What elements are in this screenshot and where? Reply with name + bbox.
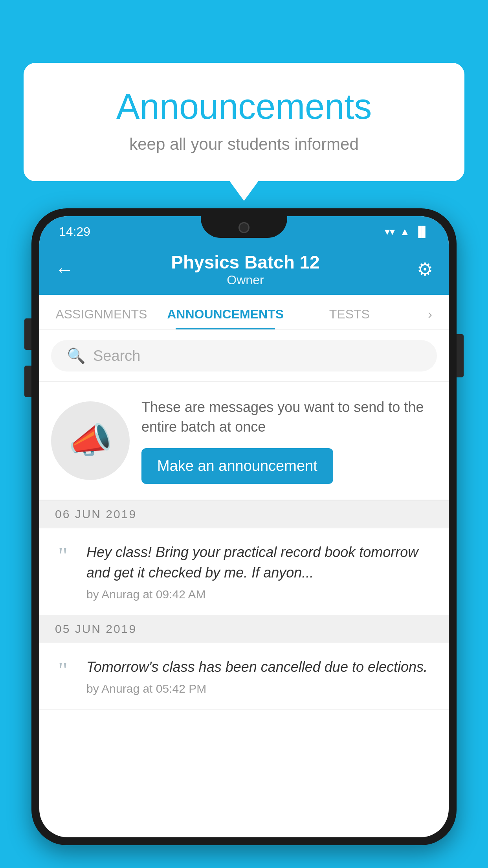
settings-icon[interactable]: ⚙ bbox=[417, 259, 433, 280]
date-divider-2: 05 JUN 2019 bbox=[39, 615, 449, 643]
megaphone-icon: 📣 bbox=[68, 420, 112, 461]
tab-tests[interactable]: TESTS bbox=[288, 307, 412, 329]
phone-mockup: 14:29 ▾▾ ▲ ▐▌ ← Physics Batch 12 Owner ⚙ bbox=[31, 208, 457, 868]
megaphone-circle: 📣 bbox=[51, 401, 130, 480]
phone-screen: 14:29 ▾▾ ▲ ▐▌ ← Physics Batch 12 Owner ⚙ bbox=[39, 216, 449, 837]
tab-assignments[interactable]: ASSIGNMENTS bbox=[39, 307, 163, 329]
tabs-container: ASSIGNMENTS ANNOUNCEMENTS TESTS › bbox=[39, 295, 449, 330]
quote-icon-1: " bbox=[51, 546, 75, 565]
announcement-content-1: Hey class! Bring your practical record b… bbox=[86, 542, 437, 601]
signal-icon: ▲ bbox=[400, 226, 410, 238]
announcement-meta-1: by Anurag at 09:42 AM bbox=[86, 588, 437, 601]
battery-icon: ▐▌ bbox=[415, 226, 429, 238]
announcement-text-2: Tomorrow's class has been cancelled due … bbox=[86, 657, 437, 677]
phone-outer-frame: 14:29 ▾▾ ▲ ▐▌ ← Physics Batch 12 Owner ⚙ bbox=[31, 208, 457, 845]
announcements-heading: Announcements bbox=[55, 86, 433, 127]
search-bar[interactable]: 🔍 Search bbox=[51, 340, 437, 371]
announcements-tagline: keep all your students informed bbox=[55, 135, 433, 154]
front-camera bbox=[238, 222, 250, 233]
header-center: Physics Batch 12 Owner bbox=[171, 252, 319, 287]
app-header: ← Physics Batch 12 Owner ⚙ bbox=[39, 244, 449, 295]
announcement-promo: 📣 These are messages you want to send to… bbox=[39, 382, 449, 500]
date-divider-1: 06 JUN 2019 bbox=[39, 500, 449, 528]
back-button[interactable]: ← bbox=[55, 259, 74, 280]
promo-description: These are messages you want to send to t… bbox=[141, 397, 437, 437]
announcement-content-2: Tomorrow's class has been cancelled due … bbox=[86, 657, 437, 695]
tab-announcements[interactable]: ANNOUNCEMENTS bbox=[163, 307, 288, 329]
speech-bubble-section: Announcements keep all your students inf… bbox=[24, 63, 464, 181]
quote-icon-2: " bbox=[51, 661, 75, 680]
header-title: Physics Batch 12 bbox=[171, 252, 319, 273]
search-container: 🔍 Search bbox=[39, 330, 449, 382]
search-icon: 🔍 bbox=[67, 347, 85, 364]
announcement-meta-2: by Anurag at 05:42 PM bbox=[86, 682, 437, 695]
wifi-icon: ▾▾ bbox=[385, 226, 395, 238]
announcement-item-2[interactable]: " Tomorrow's class has been cancelled du… bbox=[39, 643, 449, 710]
header-subtitle: Owner bbox=[171, 273, 319, 287]
speech-bubble-card: Announcements keep all your students inf… bbox=[24, 63, 464, 181]
volume-down-button bbox=[24, 366, 31, 397]
volume-up-button bbox=[24, 318, 31, 350]
status-icons: ▾▾ ▲ ▐▌ bbox=[385, 226, 429, 238]
phone-notch bbox=[201, 216, 287, 238]
promo-right: These are messages you want to send to t… bbox=[141, 397, 437, 484]
tab-more: › bbox=[411, 307, 449, 329]
make-announcement-button[interactable]: Make an announcement bbox=[141, 448, 333, 484]
search-placeholder: Search bbox=[93, 348, 140, 364]
power-button bbox=[457, 334, 464, 377]
announcement-text-1: Hey class! Bring your practical record b… bbox=[86, 542, 437, 583]
announcement-item-1[interactable]: " Hey class! Bring your practical record… bbox=[39, 528, 449, 615]
status-time: 14:29 bbox=[59, 224, 90, 239]
